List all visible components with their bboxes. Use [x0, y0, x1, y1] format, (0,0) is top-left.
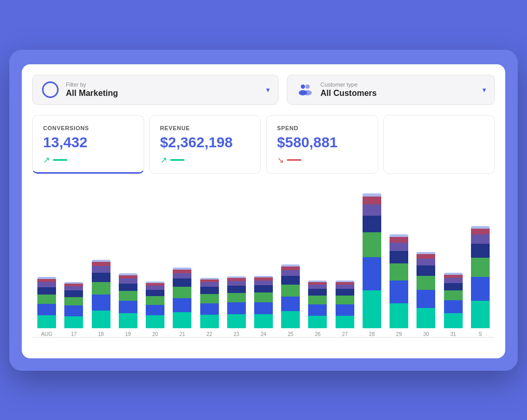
bar-segment [92, 266, 110, 273]
metric-value-conversions: 13,432 [43, 134, 133, 151]
bar-segment [390, 237, 408, 242]
bar-segment [227, 281, 246, 286]
bar-segment [64, 297, 83, 305]
bar-segment [390, 251, 408, 263]
bar-segment [417, 308, 435, 328]
bar-segment [146, 286, 164, 290]
bar-stack [363, 193, 381, 328]
bar-label: 20 [152, 331, 158, 337]
bar-segment [200, 282, 219, 287]
chart-area: AUG171819202122232425262728293031S [32, 174, 495, 358]
bar-segment [146, 315, 164, 328]
bar-segment [471, 258, 490, 277]
bar-segment [200, 303, 219, 315]
bar-group: 18 [88, 260, 113, 337]
bar-stack [227, 276, 246, 328]
bar-segment [471, 301, 490, 328]
bar-group: 25 [278, 264, 303, 337]
bar-label: 23 [233, 331, 239, 337]
bar-segment [281, 267, 300, 270]
bar-segment [173, 278, 191, 287]
bar-segment [281, 276, 300, 285]
bar-segment [471, 277, 490, 301]
bar-segment [281, 285, 300, 297]
bar-segment [471, 234, 490, 244]
bar-segment [281, 311, 300, 328]
metric-card-revenue[interactable]: REVENUE $2,362,198 ↗ [149, 115, 261, 174]
bar-group: 19 [116, 273, 141, 337]
bar-stack [146, 282, 164, 328]
trend-icon-conversions: ↗ [43, 155, 50, 165]
bar-group: 27 [332, 281, 357, 337]
bar-group: 28 [359, 193, 384, 337]
bar-segment [146, 296, 164, 304]
bar-segment [64, 286, 83, 290]
trend-icon-revenue: ↗ [160, 155, 167, 165]
customer-filter-text: Customer type All Customers [321, 81, 476, 98]
bar-group: 21 [170, 268, 195, 337]
bar-segment [92, 295, 110, 311]
metric-title-spend: SPEND [277, 125, 367, 131]
bar-segment [146, 290, 164, 296]
metric-card-extra[interactable] [383, 115, 495, 174]
bar-label: 31 [450, 331, 456, 337]
metric-title-revenue: REVENUE [160, 125, 251, 131]
bar-segment [281, 270, 300, 276]
metric-card-spend[interactable]: SPEND $580,881 ↘ [266, 115, 378, 174]
metric-footer-spend: ↘ [277, 155, 367, 165]
bar-segment [92, 282, 110, 295]
bar-stack [308, 281, 327, 328]
customer-filter-value: All Customers [321, 89, 377, 97]
bar-segment [200, 287, 219, 294]
customer-filter[interactable]: Customer type All Customers ▾ [287, 75, 495, 105]
bar-stack [37, 277, 56, 328]
customer-filter-label: Customer type [321, 81, 476, 88]
bar-stack [390, 234, 408, 328]
marketing-filter-text: Filter by All Marketing [66, 81, 260, 98]
bar-segment [308, 304, 327, 316]
bar-segment [64, 316, 83, 328]
bar-segment [173, 298, 191, 312]
bar-segment [336, 289, 354, 296]
bar-segment [444, 300, 463, 313]
marketing-chevron-icon: ▾ [266, 86, 270, 94]
bar-segment [444, 290, 463, 300]
bar-segment [37, 315, 56, 328]
bar-stack [336, 281, 354, 328]
bar-segment [417, 254, 435, 259]
bar-segment [119, 284, 137, 291]
bar-label: 29 [396, 331, 402, 337]
marketing-filter[interactable]: Filter by All Marketing ▾ [32, 75, 279, 105]
bar-stack [471, 226, 490, 328]
customer-chevron-icon: ▾ [482, 86, 486, 94]
bar-stack [119, 273, 137, 328]
bar-group: 20 [143, 282, 168, 337]
bar-segment [254, 285, 273, 292]
bar-label: 27 [342, 331, 348, 337]
metrics-row: CONVERSIONS 13,432 ↗ REVENUE $2,362,198 … [32, 115, 495, 174]
bar-segment [200, 315, 219, 328]
bar-stack [281, 264, 300, 328]
bar-group: 17 [61, 282, 86, 337]
bar-label: 22 [206, 331, 212, 337]
bar-segment [173, 273, 191, 278]
bar-segment [37, 282, 56, 287]
bar-segment [119, 278, 137, 284]
bar-group: 31 [441, 273, 466, 337]
bar-segment [119, 291, 137, 301]
bar-group: 30 [413, 252, 438, 337]
bar-stack [200, 278, 219, 328]
bar-segment [64, 305, 83, 316]
bar-segment [363, 257, 381, 290]
bar-label: 17 [71, 331, 77, 337]
bar-segment [471, 229, 490, 234]
bar-label: 21 [179, 331, 185, 337]
metric-card-conversions[interactable]: CONVERSIONS 13,432 ↗ [32, 115, 144, 174]
bar-segment [390, 263, 408, 281]
bar-segment [308, 289, 327, 296]
metric-value-revenue: $2,362,198 [160, 134, 251, 151]
persons-icon [296, 80, 314, 99]
bar-segment [390, 281, 408, 303]
bar-segment [363, 216, 381, 232]
bar-segment [200, 294, 219, 303]
